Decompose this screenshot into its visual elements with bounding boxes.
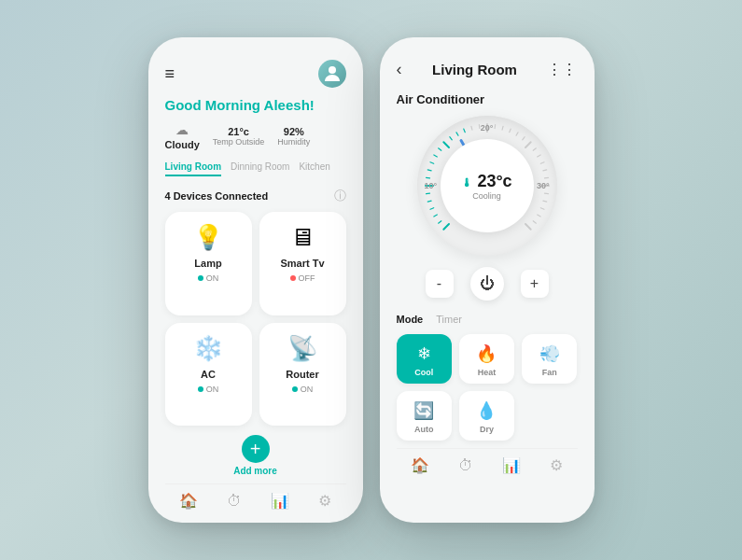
svg-line-13 (443, 142, 449, 147)
ac-status-dot (198, 386, 203, 392)
device-lamp[interactable]: 💡 Lamp ON (165, 212, 252, 315)
minus-button[interactable]: - (426, 270, 454, 298)
cool-label: Cool (414, 368, 433, 377)
dial-label-30: 30° (537, 181, 550, 190)
svg-line-25 (525, 142, 531, 147)
heat-icon: 🔥 (476, 343, 497, 364)
dial-temperature: 🌡 23°c (461, 172, 511, 191)
power-button[interactable]: ⏻ (470, 267, 504, 301)
tv-icon: 🖥 (290, 223, 315, 252)
left-bottom-nav: 🏠 ⏱ 📊 ⚙ (165, 483, 346, 510)
mode-cool[interactable]: ❄ Cool (397, 334, 452, 384)
right-header: ‹ Living Room ⋮⋮ (397, 60, 578, 79)
svg-line-26 (533, 148, 536, 150)
right-nav-stats-icon[interactable]: 📊 (502, 456, 521, 474)
mode-dry[interactable]: 💧 Dry (459, 391, 514, 441)
svg-point-0 (329, 66, 336, 74)
right-bottom-nav: 🏠 ⏱ 📊 ⚙ (397, 448, 578, 474)
dry-label: Dry (480, 425, 494, 434)
add-circle-icon: + (242, 435, 270, 463)
svg-line-15 (456, 133, 458, 135)
avatar[interactable] (318, 60, 346, 88)
dial-controls: - ⏻ + (397, 267, 578, 301)
dial-mode: Cooling (472, 191, 501, 201)
nav-timer-icon[interactable]: ⏱ (227, 493, 242, 510)
weather-condition: ☁ Cloudy (165, 122, 200, 150)
dial-label-20: 20° (481, 123, 494, 133)
left-header: ≡ (165, 60, 346, 88)
svg-line-32 (544, 193, 548, 194)
svg-line-37 (525, 224, 531, 230)
nav-stats-icon[interactable]: 📊 (271, 492, 289, 510)
device-smart-tv[interactable]: 🖥 Smart Tv OFF (259, 212, 346, 315)
svg-line-24 (522, 137, 524, 140)
tab-mode[interactable]: Mode (397, 314, 424, 325)
right-nav-timer-icon[interactable]: ⏱ (458, 457, 473, 474)
right-nav-settings-icon[interactable]: ⚙ (550, 456, 563, 474)
back-button[interactable]: ‹ (397, 60, 402, 79)
tv-name: Smart Tv (280, 258, 324, 269)
ac-status: ON (198, 385, 219, 394)
mode-fan[interactable]: 💨 Fan (522, 334, 577, 384)
ac-section-label: Air Conditioner (397, 92, 578, 106)
dial-outer-ring[interactable]: .tick{stroke:#ccc;stroke-width:1.5;} 20°… (417, 116, 557, 256)
svg-line-9 (427, 170, 431, 171)
svg-line-17 (470, 126, 471, 130)
svg-line-34 (540, 208, 544, 210)
lamp-status-dot (198, 275, 203, 281)
weather-humidity: 92% Humidity (277, 126, 310, 147)
tab-dining-room[interactable]: Dinning Room (231, 161, 289, 176)
svg-line-4 (430, 208, 434, 210)
svg-line-33 (542, 201, 546, 202)
right-phone: ‹ Living Room ⋮⋮ Air Conditioner .tick{s… (380, 37, 595, 523)
nav-settings-icon[interactable]: ⚙ (318, 492, 331, 510)
svg-line-12 (438, 148, 441, 150)
fan-icon: 💨 (539, 343, 560, 364)
menu-icon[interactable]: ≡ (165, 64, 175, 84)
svg-line-3 (433, 215, 436, 217)
plus-button[interactable]: + (521, 270, 549, 298)
device-router[interactable]: 📡 Router ON (259, 323, 346, 427)
svg-line-8 (426, 177, 429, 178)
svg-line-5 (427, 201, 431, 202)
router-status: ON (292, 385, 314, 394)
mode-auto[interactable]: 🔄 Auto (397, 391, 452, 441)
mode-grid-row2: 🔄 Auto 💧 Dry (397, 391, 578, 441)
lamp-name: Lamp (194, 258, 221, 269)
heat-label: Heat (478, 368, 497, 377)
nav-home-icon[interactable]: 🏠 (179, 492, 198, 510)
router-status-dot (292, 386, 298, 392)
devices-count: 4 Devices Connected (165, 190, 269, 202)
room-title: Living Room (432, 62, 517, 77)
mode-grid: ❄ Cool 🔥 Heat 💨 Fan (397, 334, 578, 384)
add-more-button[interactable]: + Add more (165, 435, 346, 476)
svg-line-30 (544, 177, 548, 178)
tab-kitchen[interactable]: Kitchen (299, 161, 329, 176)
auto-label: Auto (414, 425, 434, 434)
svg-line-28 (540, 162, 544, 164)
svg-line-2 (438, 221, 441, 223)
tab-living-room[interactable]: Living Room (165, 161, 222, 176)
thermometer-icon: 🌡 (461, 176, 472, 189)
right-nav-home-icon[interactable]: 🏠 (411, 456, 429, 474)
add-more-label: Add more (233, 466, 277, 476)
info-icon[interactable]: ⓘ (334, 188, 346, 204)
svg-line-10 (430, 162, 434, 164)
dry-icon: 💧 (476, 400, 497, 421)
ac-name: AC (201, 369, 216, 380)
dial-inner-display: 🌡 23°c Cooling (441, 139, 534, 232)
lamp-icon: 💡 (193, 223, 223, 252)
lamp-status: ON (198, 273, 219, 283)
mode-heat[interactable]: 🔥 Heat (459, 334, 514, 384)
more-options-icon[interactable]: ⋮⋮ (547, 61, 577, 78)
device-ac[interactable]: ❄️ AC ON (165, 323, 252, 427)
svg-line-23 (516, 133, 518, 135)
svg-line-21 (502, 126, 503, 130)
svg-line-35 (537, 215, 539, 217)
router-name: Router (286, 369, 318, 380)
cloud-icon: ☁ (175, 122, 189, 137)
dial-label-10: 10° (425, 181, 438, 190)
temperature-dial: .tick{stroke:#ccc;stroke-width:1.5;} 20°… (397, 116, 578, 256)
tab-timer[interactable]: Timer (436, 314, 462, 325)
left-phone: ≡ Good Morning Aleesh! ☁ Cloudy 21°c Tem… (148, 37, 363, 523)
